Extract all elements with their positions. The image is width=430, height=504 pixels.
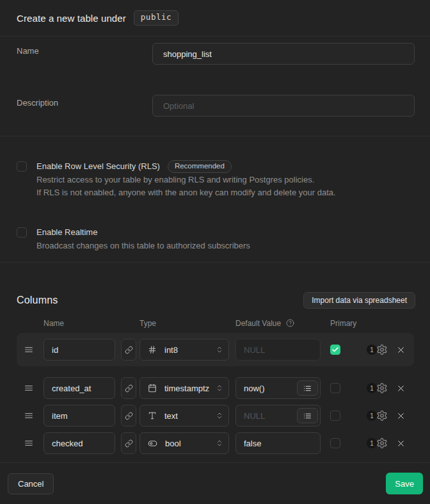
- settings-count-badge: 1: [367, 345, 377, 355]
- columns-heading: Columns: [17, 295, 58, 306]
- rls-checkbox[interactable]: [17, 161, 27, 172]
- column-name-input[interactable]: [44, 432, 115, 454]
- recommended-badge: Recommended: [168, 160, 232, 173]
- list-icon: [303, 384, 312, 393]
- column-name-input[interactable]: [44, 339, 115, 361]
- realtime-toggle-block: Enable Realtime Broadcast changes on thi…: [17, 226, 413, 252]
- column-type-value: bool: [165, 439, 181, 448]
- gear-icon: [376, 410, 388, 421]
- description-input[interactable]: [152, 95, 415, 117]
- column-type-select[interactable]: int8: [139, 339, 229, 361]
- column-type-select[interactable]: timestamptz: [139, 377, 229, 399]
- settings-count-badge: 1: [367, 438, 377, 448]
- name-input[interactable]: [152, 43, 415, 65]
- x-icon: [396, 384, 406, 393]
- column-row: text 1: [17, 405, 420, 427]
- rls-toggle-block: Enable Row Level Security (RLS) Recommen…: [17, 160, 413, 199]
- drag-handle-icon[interactable]: [24, 383, 34, 393]
- link-icon: [125, 384, 133, 393]
- rls-description-line1: Restrict access to your table by enablin…: [36, 174, 336, 186]
- foreign-key-button[interactable]: [121, 432, 136, 454]
- toggle-icon: [148, 439, 157, 448]
- default-value-suggestions-button[interactable]: [297, 380, 318, 396]
- column-header-name: Name: [44, 319, 139, 328]
- column-headers-row: Name Type Default Value Primary: [17, 319, 420, 327]
- columns-section: Columns Import data via spreadsheet Name…: [0, 263, 430, 463]
- primary-key-checkbox[interactable]: [330, 438, 340, 448]
- primary-key-checkbox[interactable]: [330, 411, 340, 421]
- name-field-row: Name: [17, 43, 415, 65]
- column-name-input[interactable]: [44, 377, 115, 399]
- schema-badge: public: [134, 10, 179, 26]
- column-rows: int8 1: [17, 333, 420, 454]
- chevrons-up-down-icon: [216, 384, 223, 392]
- type-icon: [148, 411, 157, 420]
- drag-handle-icon[interactable]: [24, 345, 34, 355]
- foreign-key-button[interactable]: [121, 405, 136, 427]
- import-data-button[interactable]: Import data via spreadsheet: [303, 292, 415, 309]
- column-type-select[interactable]: bool: [139, 432, 229, 454]
- table-details-section: Name Description: [0, 37, 430, 136]
- help-circle-icon[interactable]: [286, 319, 294, 327]
- column-type-value: text: [164, 411, 178, 421]
- hash-icon: [148, 345, 157, 354]
- gear-icon: [376, 382, 388, 394]
- link-icon: [125, 346, 133, 354]
- column-settings-button[interactable]: 1: [367, 344, 388, 355]
- column-type-value: timestamptz: [164, 384, 209, 393]
- column-type-select[interactable]: text: [139, 405, 229, 427]
- save-button[interactable]: Save: [386, 473, 423, 494]
- column-row: int8 1: [17, 333, 414, 366]
- remove-column-button[interactable]: [396, 439, 406, 448]
- rls-label: Enable Row Level Security (RLS): [36, 160, 160, 173]
- column-header-type: Type: [139, 319, 235, 328]
- panel-title: Create a new table under: [17, 13, 126, 24]
- column-settings-button[interactable]: 1: [367, 437, 388, 449]
- column-row: timestamptz 1: [17, 377, 420, 399]
- link-icon: [125, 439, 133, 448]
- foreign-key-button[interactable]: [121, 339, 136, 361]
- default-value-input[interactable]: [235, 432, 321, 454]
- column-row: bool 1: [17, 432, 420, 454]
- column-type-value: int8: [164, 345, 178, 355]
- foreign-key-button[interactable]: [121, 377, 136, 399]
- remove-column-button[interactable]: [396, 411, 406, 421]
- remove-column-button[interactable]: [396, 384, 406, 393]
- column-header-default: Default Value: [235, 319, 281, 328]
- remove-column-button[interactable]: [396, 345, 406, 355]
- list-icon: [303, 412, 312, 420]
- panel-header: Create a new table under public: [0, 0, 430, 37]
- drag-handle-icon[interactable]: [24, 438, 34, 448]
- chevrons-up-down-icon: [216, 346, 223, 354]
- link-icon: [125, 412, 133, 420]
- create-table-panel: Create a new table under public Name Des…: [0, 0, 430, 504]
- realtime-description: Broadcast changes on this table to autho…: [36, 240, 250, 252]
- column-settings-button[interactable]: 1: [367, 382, 388, 394]
- description-label: Description: [17, 95, 152, 117]
- check-icon: [331, 346, 339, 354]
- chevrons-up-down-icon: [216, 439, 223, 447]
- column-settings-button[interactable]: 1: [367, 410, 388, 421]
- description-field-row: Description: [17, 95, 415, 117]
- drag-handle-icon[interactable]: [24, 411, 34, 421]
- settings-count-badge: 1: [367, 411, 377, 421]
- column-name-input[interactable]: [44, 405, 115, 427]
- default-value-input[interactable]: [235, 339, 321, 361]
- gear-icon: [376, 344, 388, 355]
- primary-key-checkbox[interactable]: [330, 345, 340, 355]
- name-label: Name: [17, 43, 152, 65]
- settings-count-badge: 1: [367, 383, 377, 393]
- chevrons-up-down-icon: [216, 412, 223, 419]
- x-icon: [396, 439, 406, 448]
- cancel-button[interactable]: Cancel: [8, 473, 54, 494]
- x-icon: [396, 345, 406, 355]
- gear-icon: [376, 437, 388, 449]
- realtime-checkbox[interactable]: [17, 227, 27, 238]
- toggles-section: Enable Row Level Security (RLS) Recommen…: [0, 136, 430, 263]
- column-header-primary: Primary: [330, 319, 356, 328]
- calendar-icon: [148, 384, 157, 393]
- x-icon: [396, 411, 406, 421]
- realtime-label: Enable Realtime: [36, 226, 97, 239]
- default-value-suggestions-button[interactable]: [297, 408, 318, 423]
- primary-key-checkbox[interactable]: [330, 383, 340, 393]
